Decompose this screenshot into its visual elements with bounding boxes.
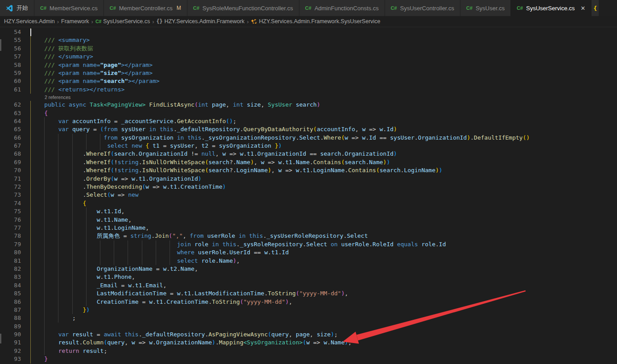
line-number[interactable]: 70 bbox=[0, 166, 21, 174]
code-line-67[interactable]: 67 select new { t1 = sysUser, t2 = sysOr… bbox=[0, 142, 617, 150]
breadcrumb-item[interactable]: HZY.Services.Admin bbox=[4, 18, 55, 25]
line-number[interactable]: 89 bbox=[0, 323, 21, 331]
tab-开始[interactable]: 开始 bbox=[0, 0, 34, 16]
code-line-55[interactable]: 55 /// <summary> bbox=[0, 36, 617, 44]
close-icon[interactable]: ✕ bbox=[580, 5, 585, 12]
code-line-69[interactable]: 69 .WhereIf(!string.IsNullOrWhiteSpace(s… bbox=[0, 158, 617, 166]
line-number[interactable]: 63 bbox=[0, 109, 21, 117]
code-line-70[interactable]: 70 .WhereIf(!string.IsNullOrWhiteSpace(s… bbox=[0, 166, 617, 174]
line-number[interactable]: 77 bbox=[0, 224, 21, 232]
code-line-91[interactable]: 91 result.Column(query, w => w.Organizat… bbox=[0, 339, 617, 347]
code-line-66[interactable]: 66 from sysOrganization in this._sysOrga… bbox=[0, 134, 617, 142]
line-number[interactable]: 72 bbox=[0, 183, 21, 191]
line-number[interactable]: 83 bbox=[0, 273, 21, 281]
line-number[interactable]: 62 bbox=[0, 101, 21, 109]
line-number[interactable]: 74 bbox=[0, 199, 21, 207]
code-line-73[interactable]: 73 .Select(w => new bbox=[0, 191, 617, 199]
code-line-65[interactable]: 65 var query = (from sysUser in this._de… bbox=[0, 125, 617, 133]
line-number[interactable]: 60 bbox=[0, 77, 21, 85]
tab-sysusercontroller.cs[interactable]: C#SysUserController.cs bbox=[385, 0, 460, 16]
line-number[interactable]: 93 bbox=[0, 355, 21, 363]
code-line-63[interactable]: 63 { bbox=[0, 109, 617, 117]
tab-sysuserservice.cs[interactable]: C#SysUserService.cs✕ bbox=[511, 0, 591, 16]
code-text: /// 获取列表数据 bbox=[30, 45, 93, 53]
breadcrumb-label: HZY.Services.Admin bbox=[4, 18, 55, 25]
tab-sysuser.cs[interactable]: C#SysUser.cs bbox=[460, 0, 510, 16]
codelens-references[interactable]: 2 references bbox=[0, 94, 617, 101]
tab-{[interactable]: { bbox=[592, 0, 599, 16]
code-line-58[interactable]: 58 /// <param name="page"></param> bbox=[0, 61, 617, 69]
code-line-93[interactable]: 93 } bbox=[0, 355, 617, 363]
code-line-57[interactable]: 57 /// </summary> bbox=[0, 53, 617, 61]
line-number[interactable]: 92 bbox=[0, 347, 21, 355]
code-line-54[interactable]: 54 bbox=[0, 28, 617, 36]
code-line-86[interactable]: 86 CreationTime = w.t1.CreationTime.ToSt… bbox=[0, 298, 617, 306]
line-number[interactable]: 91 bbox=[0, 339, 21, 347]
code-line-72[interactable]: 72 .ThenByDescending(w => w.t1.CreationT… bbox=[0, 183, 617, 191]
line-number[interactable]: 90 bbox=[0, 331, 21, 339]
breadcrumb-item[interactable]: {}HZY.Services.Admin.Framework bbox=[157, 18, 245, 25]
code-line-56[interactable]: 56 /// 获取列表数据 bbox=[0, 45, 617, 53]
line-number[interactable]: 65 bbox=[0, 125, 21, 133]
line-number[interactable]: 86 bbox=[0, 298, 21, 306]
line-number[interactable]: 80 bbox=[0, 248, 21, 256]
code-line-64[interactable]: 64 var accountInfo = _accountService.Get… bbox=[0, 117, 617, 125]
line-number[interactable]: 71 bbox=[0, 175, 21, 183]
line-number[interactable]: 66 bbox=[0, 134, 21, 142]
code-line-81[interactable]: 81 select role.Name), bbox=[0, 257, 617, 265]
code-line-84[interactable]: 84 _Email = w.t1.Email, bbox=[0, 281, 617, 290]
tab-sysrolemenufunctioncontroller.cs[interactable]: C#SysRoleMenuFunctionController.cs bbox=[187, 0, 299, 16]
code-line-77[interactable]: 77 w.t1.LoginName, bbox=[0, 224, 617, 232]
line-number[interactable]: 59 bbox=[0, 69, 21, 77]
code-line-88[interactable]: 88 ; bbox=[0, 314, 617, 322]
code-line-76[interactable]: 76 w.t1.Name, bbox=[0, 216, 617, 224]
line-number[interactable]: 68 bbox=[0, 150, 21, 158]
code-line-83[interactable]: 83 w.t1.Phone, bbox=[0, 273, 617, 281]
line-number[interactable]: 87 bbox=[0, 306, 21, 314]
code-line-87[interactable]: 87 }) bbox=[0, 306, 617, 314]
breadcrumb-item[interactable]: HZY.Services.Admin.Framework.SysUserServ… bbox=[251, 18, 380, 25]
line-number[interactable]: 88 bbox=[0, 314, 21, 322]
line-number[interactable]: 61 bbox=[0, 86, 21, 94]
code-line-59[interactable]: 59 /// <param name="size"></param> bbox=[0, 69, 617, 77]
line-number[interactable]: 82 bbox=[0, 265, 21, 273]
code-line-85[interactable]: 85 LastModificationTime = w.t1.LastModif… bbox=[0, 290, 617, 298]
tab-memberservice.cs[interactable]: C#MemberService.cs bbox=[34, 0, 104, 16]
breadcrumb-item[interactable]: C#SysUserService.cs bbox=[95, 18, 150, 25]
code-line-60[interactable]: 60 /// <param name="search"></param> bbox=[0, 77, 617, 85]
code-line-80[interactable]: 80 where userRole.UserId == w.t1.Id bbox=[0, 248, 617, 256]
line-number[interactable]: 67 bbox=[0, 142, 21, 150]
code-line-62[interactable]: 62 public async Task<PagingView> FindLis… bbox=[0, 101, 617, 109]
line-number[interactable]: 56 bbox=[0, 45, 21, 53]
line-number[interactable]: 78 bbox=[0, 232, 21, 240]
line-number[interactable]: 64 bbox=[0, 117, 21, 125]
code-line-71[interactable]: 71 .OrderBy(w => w.t1.OrganizationId) bbox=[0, 175, 617, 183]
code-line-90[interactable]: 90 var result = await this._defaultRepos… bbox=[0, 331, 617, 339]
breadcrumb-item[interactable]: Framework bbox=[61, 18, 89, 25]
line-number[interactable]: 85 bbox=[0, 290, 21, 298]
line-number[interactable]: 73 bbox=[0, 191, 21, 199]
line-number[interactable]: 55 bbox=[0, 36, 21, 44]
code-line-82[interactable]: 82 OrganizationName = w.t2.Name, bbox=[0, 265, 617, 273]
tab-adminfunctionconsts.cs[interactable]: C#AdminFunctionConsts.cs bbox=[299, 0, 385, 16]
code-line-61[interactable]: 61 /// <returns></returns> bbox=[0, 86, 617, 94]
line-number[interactable]: 69 bbox=[0, 158, 21, 166]
code-editor[interactable]: 5455 /// <summary>56 /// 获取列表数据57 /// </… bbox=[0, 27, 617, 364]
line-number[interactable]: 75 bbox=[0, 207, 21, 215]
tab-membercontroller.cs[interactable]: C#MemberController.csM bbox=[104, 0, 187, 16]
line-number[interactable]: 81 bbox=[0, 257, 21, 265]
code-line-78[interactable]: 78 所属角色 = string.Join(",", from userRole… bbox=[0, 232, 617, 240]
code-line-75[interactable]: 75 w.t1.Id, bbox=[0, 207, 617, 215]
line-number[interactable]: 57 bbox=[0, 53, 21, 61]
code-line-74[interactable]: 74 { bbox=[0, 199, 617, 207]
code-line-79[interactable]: 79 join role in this._sysRoleRepository.… bbox=[0, 240, 617, 248]
code-line-89[interactable]: 89 bbox=[0, 323, 617, 331]
line-number[interactable]: 76 bbox=[0, 216, 21, 224]
code-line-92[interactable]: 92 return result; bbox=[0, 347, 617, 355]
code-text: w.t1.LoginName, bbox=[30, 224, 149, 232]
line-number[interactable]: 54 bbox=[0, 28, 21, 36]
line-number[interactable]: 79 bbox=[0, 240, 21, 248]
line-number[interactable]: 58 bbox=[0, 61, 21, 69]
line-number[interactable]: 84 bbox=[0, 281, 21, 290]
code-line-68[interactable]: 68 .WhereIf(search.OrganizationId != nul… bbox=[0, 150, 617, 158]
